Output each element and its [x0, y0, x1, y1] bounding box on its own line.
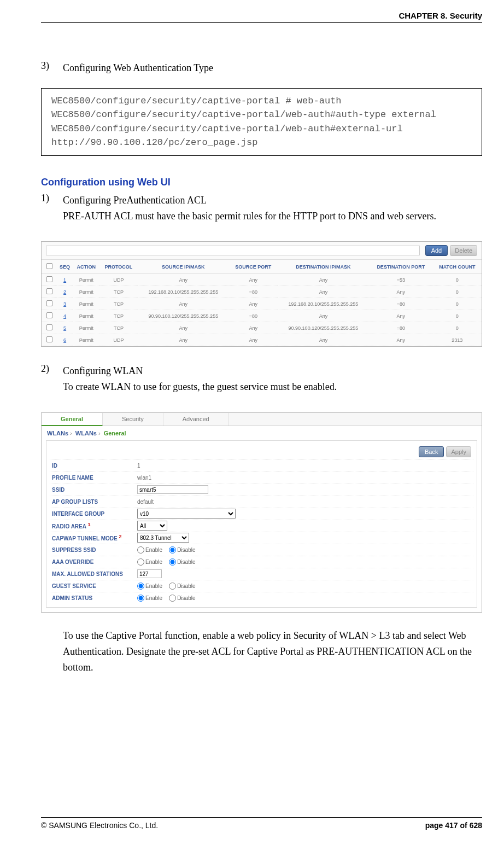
- aaa-disable[interactable]: [169, 558, 176, 566]
- step1-desc: PRE-AUTH ACL must have the basic permit …: [63, 211, 436, 222]
- col-source-port: SOURCE PORT: [229, 260, 278, 274]
- label-ifgroup: INTERFACE GROUP: [50, 511, 137, 517]
- row-checkbox[interactable]: [46, 300, 52, 306]
- col-protocol: PROTOCOL: [99, 260, 138, 274]
- seq-link[interactable]: 4: [63, 313, 66, 319]
- step2-num: 2): [41, 363, 63, 395]
- table-row: 5PermitTCPAnyAny90.90.100.120/255.255.25…: [42, 322, 482, 334]
- guest-disable[interactable]: [169, 583, 176, 590]
- col-dest-port: DESTINATION PORT: [369, 260, 433, 274]
- step2-title: Configuring WLAN: [63, 365, 143, 376]
- table-row: 1PermitUDPAnyAnyAny=530: [42, 274, 482, 286]
- row-checkbox[interactable]: [46, 276, 52, 282]
- admin-disable[interactable]: [169, 595, 176, 602]
- suppress-enable[interactable]: [137, 546, 144, 554]
- label-ssid: SSID: [50, 487, 137, 493]
- value-profile: wlan1: [137, 475, 151, 481]
- select-all-checkbox[interactable]: [46, 263, 52, 269]
- seq-link[interactable]: 1: [63, 277, 66, 283]
- ssid-input[interactable]: [137, 485, 208, 494]
- bc-2[interactable]: WLANs: [75, 430, 97, 436]
- row-checkbox[interactable]: [46, 336, 52, 342]
- seq-link[interactable]: 5: [63, 325, 66, 331]
- add-button[interactable]: Add: [425, 245, 448, 256]
- step1-num: 1): [41, 193, 63, 224]
- col-source-ip: SOURCE IP/MASK: [138, 260, 229, 274]
- acl-table: SEQ ACTION PROTOCOL SOURCE IP/MASK SOURC…: [42, 259, 482, 346]
- col-action: ACTION: [73, 260, 99, 274]
- label-id: ID: [50, 463, 137, 469]
- label-aaa: AAA OVERRIDE: [50, 559, 137, 565]
- step1-title: Configuring PreAuthentication ACL: [63, 195, 207, 206]
- label-admin: ADMIN STATUS: [50, 595, 137, 601]
- aaa-enable[interactable]: [137, 558, 144, 566]
- seq-link[interactable]: 2: [63, 289, 66, 295]
- row-checkbox[interactable]: [46, 312, 52, 318]
- post-wlan-paragraph: To use the Captive Portal function, enab…: [63, 628, 482, 675]
- capwap-select[interactable]: 802.3 Tunnel: [137, 533, 189, 543]
- col-match-count: MATCH COUNT: [433, 260, 482, 274]
- step3-title: Configuring Web Authentication Type: [63, 60, 482, 76]
- cli-code-block: WEC8500/configure/security/captive-porta…: [41, 88, 482, 156]
- acl-screenshot: Add Delete SEQ ACTION PROTOCOL SOURCE IP…: [41, 241, 482, 347]
- bc-1[interactable]: WLANs: [47, 430, 68, 436]
- label-guest: GUEST SERVICE: [50, 583, 137, 589]
- step3-num: 3): [41, 60, 63, 76]
- guest-enable[interactable]: [137, 583, 144, 590]
- col-dest-ip: DESTINATION IP/MASK: [278, 260, 369, 274]
- label-profile: PROFILE NAME: [50, 475, 137, 481]
- value-apgroup: default: [137, 499, 154, 505]
- tab-security[interactable]: Security: [103, 413, 163, 426]
- ifgroup-select[interactable]: v10: [137, 509, 236, 519]
- bc-3: General: [104, 430, 126, 436]
- footer-copyright: © SAMSUNG Electronics Co., Ltd.: [41, 821, 158, 830]
- section-heading: Configuration using Web UI: [41, 177, 482, 188]
- delete-button[interactable]: Delete: [450, 245, 477, 256]
- admin-enable[interactable]: [137, 595, 144, 602]
- max-input[interactable]: [137, 569, 162, 578]
- table-row: 4PermitTCP90.90.100.120/255.255.255.255=…: [42, 310, 482, 322]
- row-checkbox[interactable]: [46, 324, 52, 330]
- table-row: 3PermitTCPAnyAny192.168.20.10/255.255.25…: [42, 298, 482, 310]
- table-row: 2PermitTCP192.168.20.10/255.255.255.255=…: [42, 286, 482, 298]
- apply-button[interactable]: Apply: [446, 446, 471, 457]
- footer-page: page 417 of 628: [425, 821, 482, 830]
- label-suppress: SUPPRESS SSID: [50, 547, 137, 553]
- seq-link[interactable]: 6: [63, 337, 66, 343]
- chapter-header: CHAPTER 8. Security: [41, 11, 482, 22]
- back-button[interactable]: Back: [419, 446, 444, 457]
- col-seq: SEQ: [57, 260, 73, 274]
- label-capwap: CAPWAP TUNNEL MODE 2: [50, 534, 137, 541]
- acl-filter-input[interactable]: [46, 246, 420, 255]
- suppress-disable[interactable]: [169, 546, 176, 554]
- label-radio: RADIO AREA 1: [50, 522, 137, 529]
- label-apgroup: AP GROUP LISTS: [50, 499, 137, 505]
- tab-advanced[interactable]: Advanced: [163, 413, 229, 426]
- wlan-screenshot: General Security Advanced WLANs› WLANs› …: [41, 412, 482, 613]
- breadcrumb: WLANs› WLANs› General: [42, 426, 482, 440]
- tab-general[interactable]: General: [42, 413, 103, 426]
- table-row: 6PermitUDPAnyAnyAnyAny2313: [42, 334, 482, 346]
- radio-select[interactable]: All: [137, 521, 167, 531]
- step2-desc: To create WLAN to use for guests, the gu…: [63, 381, 337, 392]
- row-checkbox[interactable]: [46, 288, 52, 294]
- label-max: MAX. ALLOWED STATIONS: [50, 571, 137, 577]
- value-id: 1: [137, 463, 140, 469]
- seq-link[interactable]: 3: [63, 301, 66, 307]
